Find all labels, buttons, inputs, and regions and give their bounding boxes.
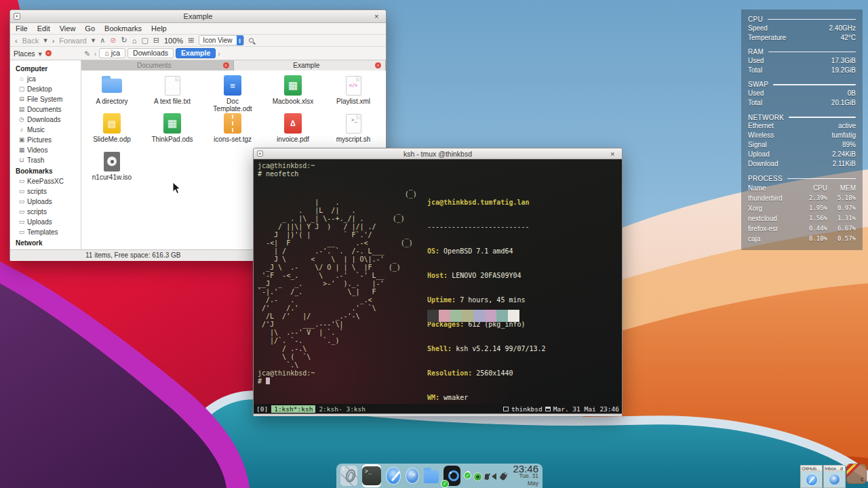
tab-close-icon[interactable]: x — [375, 62, 381, 68]
up-button[interactable]: ∧ — [100, 36, 105, 45]
minimized-window-inbox[interactable]: Inbox...d — [823, 465, 846, 488]
neofetch-line: OS:OpenBSD 7.1 amd64 — [427, 247, 607, 256]
sidebar-item-desktop[interactable]: ▢Desktop — [14, 84, 81, 94]
forward-dropdown-icon[interactable]: ▾ — [92, 36, 96, 45]
terminal-resize-grip[interactable] — [254, 413, 622, 416]
sidebar-item-documents[interactable]: ▤Documents — [14, 104, 81, 115]
menu-edit[interactable]: Edit — [37, 24, 50, 33]
menu-help[interactable]: Help — [151, 24, 167, 33]
menu-view[interactable]: View — [60, 24, 76, 33]
monitor-row: Used0B — [748, 89, 856, 98]
edit-location-icon[interactable]: ✎ — [84, 49, 90, 58]
files-app-icon[interactable] — [424, 470, 439, 483]
camera-app-icon[interactable]: ✓ ... — [443, 466, 460, 486]
crumb-prev-icon[interactable]: ‹ — [94, 49, 97, 58]
tmux-window-current[interactable]: 1:ksh*:ksh — [271, 405, 315, 413]
sidebar-item-templates[interactable]: ▭Templates — [14, 227, 81, 237]
process-row: firefox-esr0.44%6.67% — [748, 224, 856, 233]
browser-app-icon[interactable] — [386, 467, 401, 485]
file-item[interactable]: ▦Macbook.xlsx — [264, 75, 322, 113]
file-item[interactable]: ∆invoice.pdf — [264, 113, 322, 150]
xml-file-icon: </> — [346, 76, 361, 96]
sidebar-item-trash[interactable]: ⊔Trash — [14, 155, 81, 165]
forward-button[interactable]: Forward — [59, 37, 86, 45]
tmux-window-others[interactable]: 2:ksh- 3:ksh — [319, 405, 366, 413]
breadcrumb-downloads[interactable]: Downloads — [127, 48, 174, 58]
back-dropdown-icon[interactable]: ▾ — [43, 36, 47, 45]
odp-presentation-icon: ▤ — [103, 113, 121, 134]
sidebar-item-uploads[interactable]: ▭Uploads — [14, 197, 81, 207]
sidebar-item-scripts-2[interactable]: ▭scripts — [14, 207, 81, 217]
forward-icon[interactable]: › — [52, 37, 55, 45]
sidebar-item-filesystem[interactable]: ⊟File System — [14, 94, 81, 104]
view-mode-select[interactable]: Icon View ▲▼ — [199, 35, 243, 45]
menu-go[interactable]: Go — [85, 24, 95, 33]
sidebar-item-jca[interactable]: ⌂jca — [14, 74, 81, 84]
terminal-shade-button[interactable]: ▪ — [257, 150, 263, 157]
fm-shade-button[interactable]: ▪ — [14, 13, 20, 20]
menu-bookmarks[interactable]: Bookmarks — [104, 24, 142, 33]
search-icon[interactable] — [249, 38, 254, 43]
back-icon[interactable]: ‹ — [15, 37, 18, 45]
refresh-button[interactable]: ↻ — [121, 36, 127, 45]
file-item[interactable]: ▦ThinkPad.ods — [143, 113, 201, 150]
computer-button[interactable]: ▢ — [141, 36, 148, 45]
spinner-icon[interactable]: ▲▼ — [237, 35, 243, 45]
terminal-titlebar[interactable]: ▪ ksh - tmux @thinkbsd × — [254, 148, 622, 159]
downloads-icon: ◷ — [18, 115, 25, 125]
sidebar-item-scripts[interactable]: ▭scripts — [14, 186, 81, 197]
menu-file[interactable]: File — [16, 24, 28, 33]
dock-clock[interactable]: 23:46 Tue. 31 May — [512, 465, 538, 487]
zoom-in-button[interactable]: ⊞ — [188, 36, 194, 45]
places-dropdown-icon[interactable]: ▾ — [39, 49, 42, 58]
crumb-next-icon[interactable]: › — [218, 49, 220, 58]
videos-icon: ▦ — [18, 145, 25, 155]
sidebar-item-browse-network[interactable]: ⊛Browse Network — [14, 248, 81, 249]
zoom-out-button[interactable]: ⊟ — [153, 36, 159, 45]
file-item[interactable]: ▤SlideMe.odp — [83, 113, 141, 150]
sync-ok-icon: ✓ — [464, 472, 471, 479]
tab-example[interactable]: Example x — [234, 60, 387, 70]
file-item[interactable]: A directory — [83, 75, 141, 113]
iso-disc-icon — [104, 152, 120, 171]
wmaker-clip-icon[interactable]: ¢ — [846, 464, 867, 484]
stop-button[interactable]: ⊘ — [110, 36, 116, 45]
sidebar-close-icon[interactable]: x — [45, 50, 52, 56]
breadcrumb-example[interactable]: Example — [176, 48, 216, 58]
breadcrumb-home[interactable]: ⌂ jca — [99, 48, 125, 58]
tab-documents[interactable]: Documents x — [81, 60, 234, 70]
home-button[interactable]: ⌂ — [132, 37, 137, 45]
sidebar-item-keepassxc[interactable]: ▭KeePassXC — [14, 176, 81, 186]
clock-date: Tue. 31 May — [512, 472, 538, 487]
file-item[interactable]: >_myscript.sh — [324, 113, 382, 150]
workspace-clip-icon[interactable]: 1 — [340, 466, 357, 486]
back-button[interactable]: Back — [22, 37, 39, 45]
file-item[interactable]: </>Playlist.xml — [324, 75, 382, 113]
monitor-row: Download2.11KiB — [748, 160, 856, 169]
swap-section-header: SWAP — [748, 81, 856, 88]
dock-terminal-active[interactable]: >_ — [362, 464, 381, 487]
mail-app-icon[interactable] — [406, 468, 419, 484]
sidebar-item-videos[interactable]: ▦Videos — [14, 145, 81, 155]
file-item[interactable]: icons-set.tgz — [203, 113, 262, 150]
file-item[interactable]: n1cur41w.iso — [83, 150, 141, 188]
minimized-window-github[interactable]: GitHub... — [800, 465, 823, 488]
terminal-prompt: jca@thinkbsd:~ — [258, 369, 315, 377]
terminal-body[interactable]: jca@thinkbsd:~ # neofetch _ (_) | . . |L… — [254, 159, 622, 404]
places-selector[interactable]: Places — [14, 49, 35, 58]
speaker-icon[interactable] — [492, 473, 496, 480]
file-item[interactable]: A text file.txt — [143, 75, 201, 113]
pdf-icon: ∆ — [284, 113, 302, 134]
sidebar-item-downloads[interactable]: ◷Downloads — [14, 115, 81, 125]
microphone-muted-icon[interactable] — [485, 474, 489, 480]
terminal-window: ▪ ksh - tmux @thinkbsd × jca@thinkbsd:~ … — [253, 148, 623, 415]
file-item[interactable]: ≡Doc Template.odt — [203, 75, 262, 113]
tab-close-icon[interactable]: x — [223, 62, 229, 68]
sidebar-item-pictures[interactable]: ▣Pictures — [14, 135, 81, 145]
sidebar-item-music[interactable]: ♪Music — [14, 125, 81, 135]
sidebar-item-uploads-2[interactable]: ▭Uploads — [14, 217, 81, 227]
fm-window-title: Example — [10, 12, 386, 20]
fm-titlebar[interactable]: ▪ Example × — [10, 10, 386, 23]
neofetch-line: Host:LENOVO 20FAS09Y04 — [427, 272, 607, 280]
status-indicator-icon[interactable] — [473, 472, 482, 481]
